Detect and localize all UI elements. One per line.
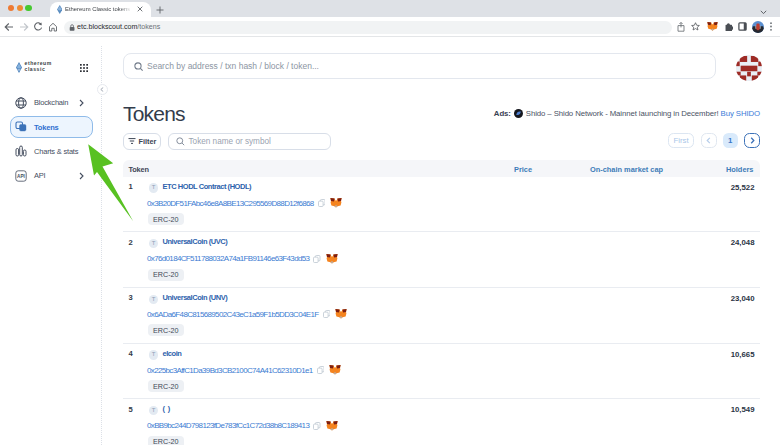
svg-text:API: API <box>17 173 25 178</box>
